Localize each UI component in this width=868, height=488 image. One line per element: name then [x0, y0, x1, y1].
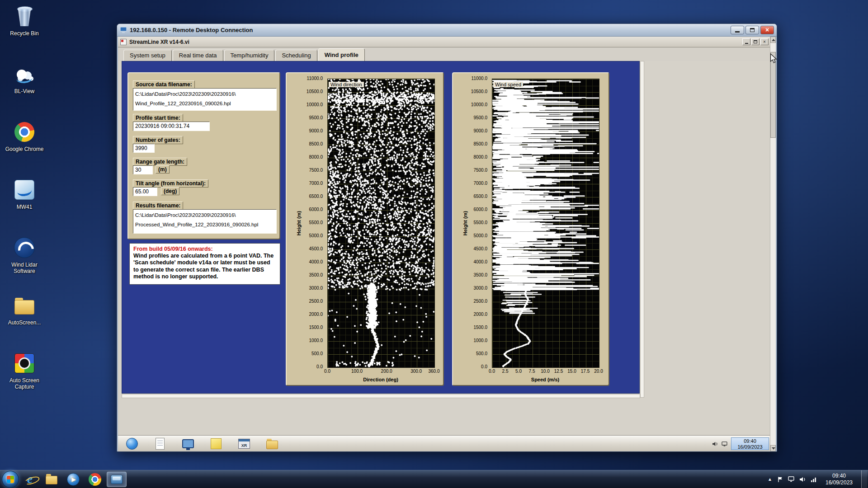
- desktop-icon-autoscreen[interactable]: AutoScreen...: [3, 293, 46, 345]
- browser-launcher[interactable]: [125, 437, 139, 450]
- remote-volume-icon[interactable]: [712, 441, 718, 446]
- panel-vertical-scrollbar[interactable]: [640, 61, 644, 398]
- y-axis-ticks: 0.0500.01000.01500.02000.02500.03000.035…: [287, 79, 325, 367]
- y-tick-label: 9000.0: [473, 128, 487, 133]
- play-icon: ▶: [71, 476, 75, 483]
- taskbar-explorer-button[interactable]: [42, 472, 61, 487]
- taskbar-clock-time: 09:40: [822, 473, 856, 479]
- x-tick-label: 200.0: [378, 369, 395, 374]
- rdp-titlebar[interactable]: 192.168.0.150 - Remote Desktop Connectio…: [117, 24, 777, 37]
- desktop-icon-google-chrome[interactable]: Google Chrome: [3, 119, 46, 172]
- number-of-gates-field[interactable]: 3990: [133, 144, 155, 153]
- y-tick-label: 2500.0: [309, 299, 323, 304]
- notes-launcher[interactable]: [209, 437, 223, 450]
- labview-vi-icon: [120, 39, 127, 45]
- network-icon[interactable]: [811, 477, 817, 482]
- build-note-title: From build 05/09/16 onwards:: [133, 246, 276, 252]
- folder-launcher[interactable]: [265, 437, 279, 450]
- wind-direction-plot-canvas: [328, 79, 434, 367]
- notepad-launcher[interactable]: [153, 437, 167, 450]
- desktop-icon-mw41[interactable]: MW41: [3, 177, 46, 230]
- y-tick-label: 10500.0: [307, 89, 323, 94]
- tab-real-time-data[interactable]: Real time data: [173, 50, 223, 61]
- desktop-icon-bl-view[interactable]: BL-View: [3, 61, 46, 114]
- y-tick-label: 7500.0: [309, 168, 323, 173]
- panel-horizontal-scrollbar[interactable]: [122, 394, 640, 398]
- x-tick-label: 100.0: [349, 369, 365, 374]
- action-center-flag-icon[interactable]: [777, 476, 783, 483]
- y-tick-label: 500.0: [311, 351, 323, 356]
- y-tick-label: 1000.0: [473, 338, 487, 343]
- app-title: StreamLine XR v14-6.vi: [129, 39, 742, 45]
- wind-direction-plot: Height (m) Wind direction 0.0500.01000.0…: [286, 72, 444, 386]
- scroll-up-icon[interactable]: [770, 37, 776, 43]
- tab-temp-humidity[interactable]: Temp/humidity: [224, 50, 275, 61]
- y-tick-label: 6500.0: [309, 194, 323, 199]
- x-tick-label: 0.0: [319, 369, 335, 374]
- app-titlebar[interactable]: StreamLine XR v14-6.vi ×: [118, 37, 771, 47]
- tab-scheduling[interactable]: Scheduling: [275, 50, 317, 61]
- remote-network-icon[interactable]: [722, 441, 727, 446]
- y-tick-label: 5500.0: [473, 220, 487, 225]
- volume-icon[interactable]: [799, 477, 806, 482]
- y-tick-label: 1500.0: [473, 325, 487, 330]
- taskbar-chrome-button[interactable]: [85, 472, 105, 487]
- remote-system-tray: 09:40 16/09/2023: [712, 437, 771, 450]
- y-tick-label: 3500.0: [473, 272, 487, 277]
- profile-start-time-field[interactable]: 20230916 09:00:31.74: [133, 122, 210, 131]
- auto-screen-capture-icon: [14, 353, 34, 373]
- start-button[interactable]: [2, 471, 19, 488]
- app-maximize-button[interactable]: [751, 38, 760, 45]
- restore-button[interactable]: [745, 26, 759, 34]
- y-tick-label: 2000.0: [309, 312, 323, 317]
- y-tick-label: 6500.0: [473, 194, 487, 199]
- results-filename-field[interactable]: C:\Lidar\Data\Proc\2023\202309\20230916\…: [133, 209, 277, 234]
- monitor-launcher[interactable]: [181, 437, 195, 450]
- taskbar-media-player-button[interactable]: ▶: [63, 472, 83, 487]
- remote-clock[interactable]: 09:40 16/09/2023: [731, 437, 769, 450]
- taskbar-clock[interactable]: 09:40 16/09/2023: [822, 473, 856, 486]
- y-tick-label: 7000.0: [309, 181, 323, 186]
- app-close-button[interactable]: ×: [760, 38, 769, 45]
- desktop-icon-label: MW41: [17, 204, 33, 211]
- minimize-button[interactable]: [731, 26, 744, 34]
- wind-lidar-icon: [14, 235, 35, 260]
- bl-view-icon: [14, 61, 35, 87]
- y-tick-label: 8500.0: [309, 141, 323, 146]
- tilt-angle-field[interactable]: 65.00: [133, 187, 157, 196]
- source-filename-field[interactable]: C:\Lidar\Data\Proc\2023\202309\20230916\…: [133, 88, 277, 111]
- build-note: From build 05/09/16 onwards: Wind profil…: [129, 243, 280, 285]
- taskbar-ie-button[interactable]: e: [20, 472, 40, 487]
- y-tick-label: 11000.0: [472, 76, 487, 81]
- mw41-icon: [14, 177, 34, 202]
- taskbar-rdp-button[interactable]: [107, 472, 127, 487]
- app-minimize-button[interactable]: [742, 38, 750, 45]
- scroll-down-icon[interactable]: [770, 445, 776, 451]
- y-tick-label: 4500.0: [473, 246, 487, 251]
- close-button[interactable]: ×: [760, 26, 774, 34]
- xr-app-launcher[interactable]: XR: [237, 437, 251, 450]
- show-hidden-icons-button[interactable]: ▲: [768, 477, 772, 482]
- xr-app-icon: XR: [238, 439, 250, 449]
- x-tick-label: 360.0: [426, 369, 442, 374]
- build-note-body: Wind profiles are calculated from a 6 po…: [133, 253, 276, 280]
- tab-wind-profile[interactable]: Wind profile: [318, 48, 365, 61]
- x-axis-label: Speed (m/s): [514, 377, 577, 382]
- x-axis-label: Direction (deg): [349, 377, 412, 382]
- y-tick-label: 6000.0: [473, 207, 487, 212]
- source-path-line2: Wind_Profile_122_20230916_090026.hpl: [135, 99, 274, 108]
- rdp-icon: [111, 475, 123, 484]
- y-tick-label: 8000.0: [473, 155, 487, 160]
- y-axis-ticks: 0.0500.01000.01500.02000.02500.03000.035…: [453, 79, 490, 367]
- desktop-icon-wind-lidar-software[interactable]: Wind Lidar Software: [3, 235, 46, 287]
- range-gate-length-field[interactable]: 30: [133, 165, 153, 174]
- desktop-icon-auto-screen-capture[interactable]: Auto Screen Capture: [3, 351, 46, 403]
- y-tick-label: 5000.0: [473, 233, 487, 238]
- tab-system-setup[interactable]: System setup: [123, 50, 172, 61]
- show-desktop-button[interactable]: [861, 470, 867, 488]
- display-icon[interactable]: [788, 476, 794, 482]
- rdp-vertical-scrollbar[interactable]: [770, 37, 776, 451]
- mouse-cursor: [770, 53, 778, 66]
- desktop-icon-label: Wind Lidar Software: [5, 262, 44, 275]
- desktop-icon-recycle-bin[interactable]: Recycle Bin: [3, 4, 46, 56]
